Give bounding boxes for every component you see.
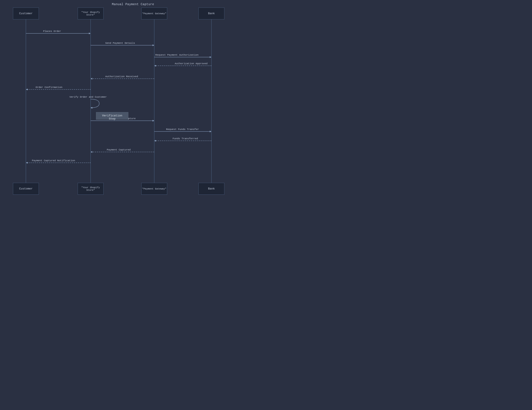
label-verify-order: Verify Order and Customer	[69, 95, 107, 98]
svg-marker-15	[26, 89, 28, 90]
label-payment-notif: Payment Captured Notification	[32, 159, 75, 162]
diagram-title: Manual Payment Capture	[0, 3, 266, 6]
svg-marker-9	[210, 56, 211, 58]
label-req-funds: Request Funds Transfer	[166, 128, 199, 131]
diagram-container: Manual Payment Capture	[0, 0, 266, 205]
label-send-payment: Send Payment Details	[105, 42, 135, 44]
svg-marker-13	[91, 78, 92, 80]
actor-shopify-top: "Your Shopify Store"	[78, 8, 104, 19]
svg-marker-26	[26, 162, 28, 164]
arrows-svg	[0, 0, 266, 205]
label-req-auth: Request Payment Authorization	[155, 54, 199, 56]
actor-bank-top: Bank	[199, 8, 224, 19]
svg-marker-22	[154, 140, 156, 142]
actor-bank-bottom: Bank	[199, 183, 224, 195]
svg-marker-11	[154, 65, 156, 67]
svg-marker-24	[91, 151, 92, 153]
verification-step-box: Verification Step	[96, 112, 128, 120]
label-payment-captured: Payment Captured	[107, 148, 131, 151]
actor-gateway-top: "Payment Gateway"	[141, 8, 167, 19]
svg-marker-18	[152, 120, 154, 121]
label-order-confirm: Order Confirmation	[36, 86, 62, 89]
actor-shopify-bottom: "Your Shopify Store"	[78, 183, 104, 195]
label-auth-received: Authorization Received	[105, 75, 138, 78]
svg-marker-5	[89, 33, 91, 34]
actor-customer-top: Customer	[13, 8, 39, 19]
actor-gateway-bottom: "Payment Gateway"	[141, 183, 167, 195]
label-auth-approved: Authorization Approved	[175, 62, 208, 65]
svg-marker-16	[91, 107, 92, 109]
label-places-order: Places Order	[43, 30, 61, 33]
label-funds-transferred: Funds Transferred	[173, 137, 198, 140]
svg-marker-20	[210, 131, 211, 132]
svg-marker-7	[152, 44, 154, 46]
actor-customer-bottom: Customer	[13, 183, 39, 195]
